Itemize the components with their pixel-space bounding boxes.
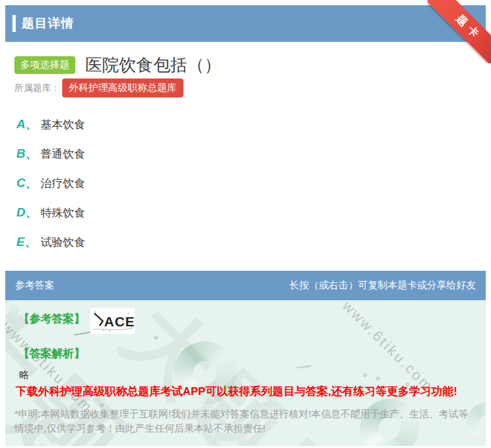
option-row-c: C、 治疗饮食 — [16, 175, 85, 192]
option-text: 试验饮食 — [41, 235, 85, 250]
noise-speck — [376, 377, 380, 380]
question-title-row: 多项选择题 医院饮食包括（） — [14, 54, 221, 77]
option-letter: D、 — [16, 204, 41, 221]
answer-header-bar: 参考答案 长按（或右击）可复制本题卡或分享给好友 — [5, 271, 486, 300]
option-letter: E、 — [16, 233, 41, 250]
question-bank-row: 所属题库： 外科护理高级职称总题库 — [14, 78, 183, 97]
answer-value: ACE — [104, 314, 135, 329]
question-type-badge: 多项选择题 — [14, 56, 75, 74]
option-letter: B、 — [16, 145, 41, 162]
option-letter: A、 — [16, 116, 41, 133]
ribbon-label: 题卡 — [427, 0, 491, 63]
option-row-a: A、 基本饮食 — [16, 116, 85, 133]
disclaimer-text: *申明:本网站数据收集整理于互联网!我们并未能对答案信息进行核对!本信息不能用于… — [14, 407, 477, 436]
option-row-e: E、 试验饮食 — [16, 233, 85, 250]
page-header: 题目详情 — [5, 5, 486, 42]
url-watermark: www.6tiku.com — [339, 300, 437, 396]
noise-dash — [297, 366, 311, 368]
option-text: 治疗饮食 — [41, 176, 85, 191]
app-promo-link[interactable]: 下载外科护理高级职称总题库考试APP可以获得系列题目与答案,还有练习等更多学习功… — [16, 384, 481, 399]
bank-label: 所属题库： — [14, 82, 60, 94]
corner-ribbon: 题卡 — [427, 0, 491, 63]
option-letter: C、 — [16, 175, 41, 192]
bank-tag-link[interactable]: 外科护理高级职称总题库 — [62, 78, 183, 97]
noise-speck — [155, 336, 158, 339]
header-accent-bar — [12, 15, 16, 32]
noise-speck — [363, 373, 367, 377]
reference-answer-label: 【参考答案】 — [18, 311, 85, 326]
option-text: 普通饮食 — [41, 146, 85, 162]
answer-bar-title: 参考答案 — [15, 279, 54, 292]
option-row-b: B、 普通饮食 — [16, 145, 85, 162]
reference-answer-row: 【参考答案】 ACE — [18, 311, 135, 334]
analysis-label: 【答案解析】 — [18, 346, 85, 361]
option-text: 特殊饮食 — [41, 205, 85, 220]
option-row-d: D、 特殊饮食 — [16, 204, 85, 221]
answer-copy-hint: 长按（或右击）可复制本题卡或分享给好友 — [289, 279, 476, 292]
page-title: 题目详情 — [22, 15, 74, 32]
question-detail-page: 题目详情 题卡 多项选择题 医院饮食包括（） 所属题库： 外科护理高级职称总题库… — [0, 0, 491, 448]
option-text: 基本饮食 — [41, 117, 85, 132]
answer-captcha-image: ACE — [90, 308, 135, 334]
question-title: 医院饮食包括（） — [85, 54, 221, 77]
analysis-value: 略 — [19, 369, 29, 381]
answer-section: www.6tiku.com www.6tiku.com 大题库 大题库 【参考答… — [5, 300, 486, 446]
